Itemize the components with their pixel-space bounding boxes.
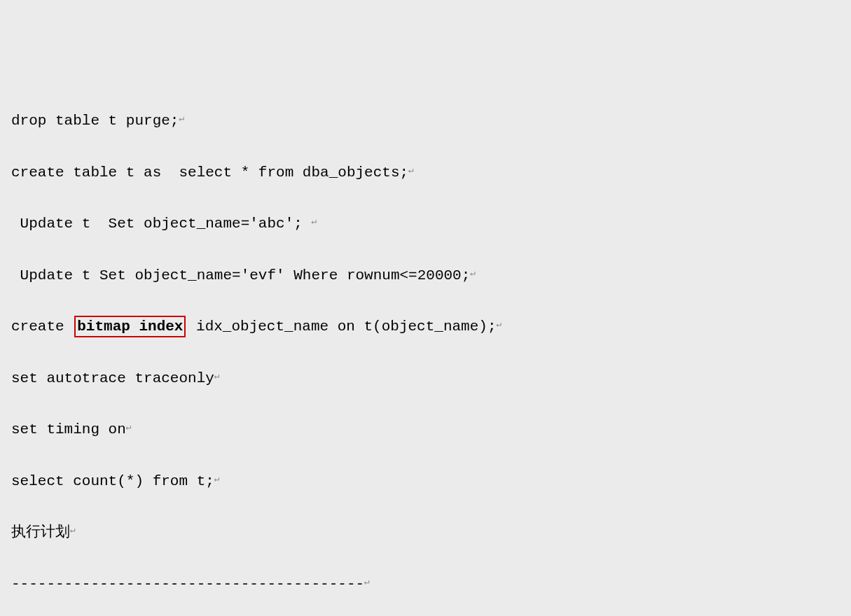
sql-line-7: set timing on↵ [11,417,840,443]
sql-line-8: select count(*) from t;↵ [11,469,840,495]
return-icon: ↵ [311,214,317,230]
sql-line-3: Update t Set object_name='abc'; ↵ [11,211,840,237]
highlight-bitmap-index: bitmap index [74,316,186,337]
sql-line-4: Update t Set object_name='evf' Where row… [11,263,840,289]
sql-line-5: create bitmap index idx_object_name on t… [11,314,840,340]
return-icon: ↵ [126,420,132,436]
return-icon: ↵ [364,575,370,591]
return-icon: ↵ [179,111,184,127]
sql-line-2: create table t as select * from dba_obje… [11,160,840,186]
return-icon: ↵ [70,523,76,539]
plan-header: 执行计划↵ [11,520,840,546]
sql-line-1: drop table t purge;↵ [11,108,840,134]
sql-line-6: set autotrace traceonly↵ [11,366,840,392]
return-icon: ↵ [214,369,220,385]
return-icon: ↵ [408,163,414,179]
return-icon: ↵ [214,472,220,488]
return-icon: ↵ [497,317,502,333]
plan-dash: ----------------------------------------… [11,572,840,598]
return-icon: ↵ [470,266,476,282]
